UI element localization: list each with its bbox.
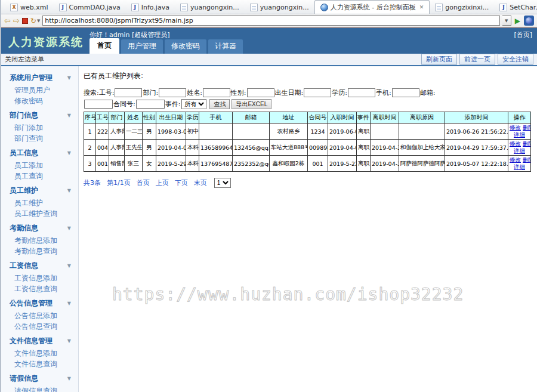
next-page-link[interactable]: 下页	[175, 178, 188, 187]
delete-link[interactable]: 删除	[523, 156, 530, 163]
toolbar-button[interactable]: 前进一页	[459, 54, 495, 65]
search-field-input[interactable]	[392, 88, 419, 97]
chevron-down-icon: ▼	[67, 113, 71, 118]
sidebar-group-header[interactable]: 考勤信息▼	[1, 221, 78, 235]
sidebar-group-header[interactable]: 请假信息▼	[1, 372, 78, 385]
sidebar-item[interactable]: 工资信息查询	[1, 283, 78, 294]
delete-link[interactable]: 删除	[523, 140, 530, 147]
sidebar-item[interactable]: 管理员用户	[1, 85, 78, 95]
sidebar-group-header[interactable]: 工资信息▼	[1, 259, 78, 273]
editor-tab[interactable]: Info.java	[126, 1, 175, 14]
edit-link[interactable]: 修改	[510, 140, 521, 147]
event-select[interactable]: 所有	[181, 99, 206, 109]
sidebar-item[interactable]: 公告信息添加	[1, 310, 78, 321]
sidebar-item[interactable]: 员工查询	[1, 171, 78, 181]
sidebar-group-header[interactable]: 文件信息管理▼	[1, 334, 78, 348]
sidebar-item[interactable]: 部门查询	[1, 133, 78, 144]
editor-tab[interactable]: 人力资源系统 - 后台控制面板✕	[314, 0, 430, 14]
back-icon[interactable]: ⇦	[4, 17, 11, 24]
sidebar-item[interactable]: 请假信息查询	[1, 385, 78, 392]
table-header-cell: 事件	[357, 112, 371, 124]
table-cell: 2019-04-30	[371, 156, 399, 172]
detail-link[interactable]: 详细	[514, 147, 525, 154]
edit-link[interactable]: 修改	[510, 156, 521, 163]
forward-icon[interactable]: ⇨	[13, 17, 20, 24]
chevron-down-icon: ▼	[67, 338, 71, 344]
editor-tab[interactable]: yuangongxin...	[175, 1, 245, 14]
search-field-input[interactable]	[304, 88, 331, 97]
table-cell: 男	[143, 140, 156, 156]
editor-tab[interactable]: gongzixinxi...	[430, 1, 494, 14]
edit-link[interactable]: 修改	[510, 124, 521, 131]
sidebar-group-header[interactable]: 部门信息▼	[1, 109, 78, 122]
sidebar-item[interactable]: 部门添加	[1, 122, 78, 133]
sidebar-item[interactable]: 员工维护	[1, 197, 78, 208]
close-icon[interactable]: ✕	[419, 4, 424, 10]
contract-field[interactable]	[136, 100, 165, 109]
sidebar-group-header[interactable]: 系统用户管理▼	[1, 71, 78, 85]
table-cell: 2019-04-03	[328, 140, 357, 156]
toolbar-button[interactable]: 刷新页面	[421, 54, 457, 65]
first-page-link[interactable]: 首页	[137, 178, 150, 187]
sidebar-item[interactable]: 文件信息查询	[1, 359, 78, 369]
editor-tab-label: CommDAO.java	[69, 4, 121, 11]
sub-toolbar: 关闭左边菜单 刷新页面前进一页安全注销	[1, 54, 537, 66]
sidebar-group-header[interactable]: 员工信息▼	[1, 146, 78, 160]
prev-page-link[interactable]: 上页	[156, 178, 169, 187]
table-cell: 001	[96, 156, 109, 172]
page-select[interactable]: 1	[214, 178, 231, 188]
table-cell: 2	[84, 140, 96, 156]
sidebar-item[interactable]: 工资信息添加	[1, 273, 78, 283]
app-tab-active[interactable]: 首页	[90, 38, 119, 54]
row-actions-cell: 修改 删除详细	[508, 124, 531, 140]
detail-link[interactable]: 详细	[514, 131, 525, 138]
sidebar-item[interactable]: 修改密码	[1, 95, 78, 106]
url-input[interactable]	[42, 16, 500, 26]
find-button[interactable]: 查找	[209, 99, 230, 109]
table-cell: 132456@qq.com	[233, 140, 270, 156]
table-header-cell: 离职时间	[371, 112, 399, 124]
url-dropdown-icon[interactable]: ▼	[502, 16, 511, 26]
table-cell: 鑫和暇园2栋	[270, 156, 308, 172]
app-tab-item[interactable]: 计算器	[208, 39, 243, 54]
editor-tab[interactable]: CommDAO.java	[54, 1, 126, 14]
editor-tab[interactable]: yuangongxin...	[245, 1, 314, 14]
refresh-button[interactable]: ↻ ▼	[30, 17, 40, 25]
go-button[interactable]: ▶	[515, 17, 520, 25]
stop-icon[interactable]	[22, 18, 28, 24]
editor-tab[interactable]: SetChar.java	[494, 1, 537, 14]
last-page-link[interactable]: 末页	[194, 178, 207, 187]
external-browser-icon[interactable]	[524, 16, 534, 26]
editor-tab[interactable]: web.xml	[5, 1, 54, 14]
app-header: 人力资源系统 你好！admin [超级管理员] [首页] 首页用户管理修改密码计…	[1, 28, 537, 54]
sidebar-item[interactable]: 考勤信息添加	[1, 235, 78, 246]
search-field-input[interactable]	[115, 88, 142, 97]
sidebar-item[interactable]: 公告信息查询	[1, 321, 78, 332]
jsp-file-icon	[180, 4, 188, 11]
home-link[interactable]: [首页]	[514, 30, 532, 39]
close-left-menu-link[interactable]: 关闭左边菜单	[5, 55, 44, 64]
search-field-input[interactable]	[203, 88, 230, 97]
sidebar-group-header[interactable]: 公告信息管理▼	[1, 297, 78, 310]
sidebar-group-header[interactable]: 员工维护▼	[1, 184, 78, 197]
table-header-cell: 工号	[96, 112, 109, 124]
sidebar-item[interactable]: 文件信息添加	[1, 348, 78, 359]
java-file-icon	[131, 4, 139, 11]
search-field-input[interactable]	[247, 88, 274, 97]
search-field-label: 学历:	[332, 88, 347, 97]
table-cell: 2019-04-30	[371, 140, 399, 156]
app-tab-item[interactable]: 用户管理	[121, 39, 163, 54]
delete-link[interactable]: 删除	[523, 124, 530, 131]
export-excel-button[interactable]: 导出EXCEL	[232, 99, 271, 109]
table-cell: 2019-5-29	[156, 156, 186, 172]
search-field-input[interactable]	[348, 88, 375, 97]
toolbar-button[interactable]: 安全注销	[498, 54, 533, 65]
detail-link[interactable]: 详细	[514, 163, 525, 170]
table-cell: 2019-04-29 17:59:37.0	[445, 140, 508, 156]
sidebar-item[interactable]: 考勤信息查询	[1, 246, 78, 257]
email-field[interactable]	[84, 100, 113, 109]
search-field-input[interactable]	[159, 88, 186, 97]
sidebar-item[interactable]: 员工添加	[1, 160, 78, 171]
sidebar-item[interactable]: 员工维护查询	[1, 208, 78, 219]
app-tab-item[interactable]: 修改密码	[165, 39, 206, 54]
